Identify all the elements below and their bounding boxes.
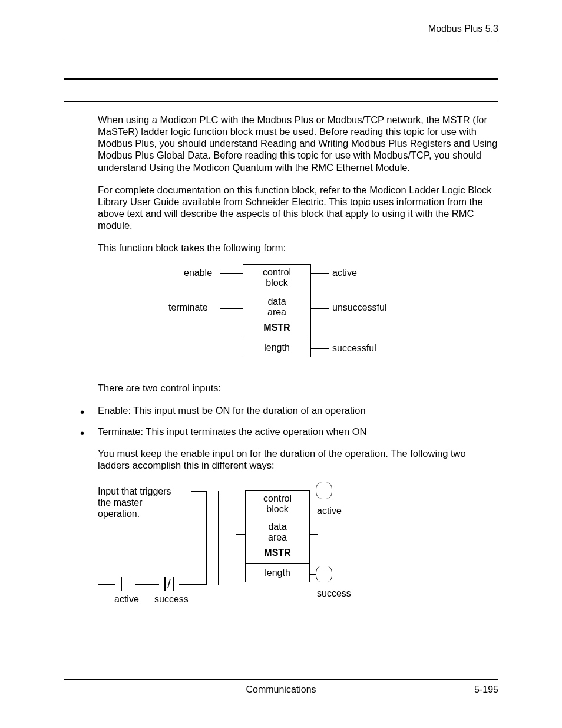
fig2-row-area: area xyxy=(268,532,287,542)
fig2-coil-active-label: active xyxy=(317,506,342,516)
fig1-row-data: data xyxy=(267,297,286,307)
fig2-row-length: length xyxy=(246,563,309,584)
section-rule-thick xyxy=(64,78,498,80)
fig2-contact-success-label: success xyxy=(154,594,189,605)
fig1-row-block: block xyxy=(266,278,287,288)
fig2-block: control block data area MSTR length xyxy=(245,490,310,582)
fig2-contact-active-label: active xyxy=(114,594,139,605)
fig2-trigger-text: Input that triggers the master operation… xyxy=(98,486,192,520)
paragraph-4: There are two control inputs: xyxy=(98,382,498,394)
fig2-trig-line3: operation. xyxy=(98,509,140,519)
section-rule-thin xyxy=(64,101,498,102)
figure-mstr-block: enable terminate active unsuccessful suc… xyxy=(184,264,378,358)
fig2-coil-success-label: success xyxy=(317,588,351,599)
fig1-row-area: area xyxy=(267,307,286,317)
bullet-list: Enable: This input must be ON for the du… xyxy=(77,404,498,438)
fig2-trig-line1: Input that triggers xyxy=(98,486,171,496)
paragraph-5: You must keep the enable input on for th… xyxy=(98,447,498,471)
fig1-output-active: active xyxy=(332,268,357,278)
fig2-coil-success xyxy=(316,566,332,582)
fig2-row-mstr: MSTR xyxy=(246,548,309,563)
fig1-input-enable: enable xyxy=(184,268,212,278)
fig1-output-unsuccessful: unsuccessful xyxy=(332,302,387,313)
fig1-output-successful: successful xyxy=(332,343,376,354)
fig2-row-control: control xyxy=(263,493,292,503)
paragraph-1: When using a Modicon PLC with the Modbus… xyxy=(98,114,498,173)
bullet-terminate: Terminate: This input terminates the act… xyxy=(77,426,498,438)
paragraph-2: For complete documentation on this funct… xyxy=(98,184,498,232)
footer-title: Communications xyxy=(246,684,316,695)
running-header: Modbus Plus 5.3 xyxy=(64,0,498,39)
paragraph-3: This function block takes the following … xyxy=(98,242,498,253)
fig2-contact-active xyxy=(115,577,135,591)
figure-ladder: Input that triggers the master operation… xyxy=(98,482,345,606)
bullet-enable: Enable: This input must be ON for the du… xyxy=(77,404,498,417)
fig1-row-mstr: MSTR xyxy=(243,322,310,338)
footer-page: 5-195 xyxy=(474,684,498,695)
page-footer: Communications 5-195 xyxy=(64,679,498,684)
fig2-row-block: block xyxy=(266,504,288,514)
fig2-row-data: data xyxy=(268,522,286,532)
fig1-block: control block data area MSTR length xyxy=(243,264,311,357)
fig1-row-control: control xyxy=(263,267,291,277)
fig1-input-terminate: terminate xyxy=(168,302,208,313)
fig2-contact-success: / xyxy=(159,577,179,591)
fig2-trig-line2: the master xyxy=(98,498,143,508)
fig2-coil-active xyxy=(316,482,332,499)
fig1-row-length: length xyxy=(243,338,310,358)
